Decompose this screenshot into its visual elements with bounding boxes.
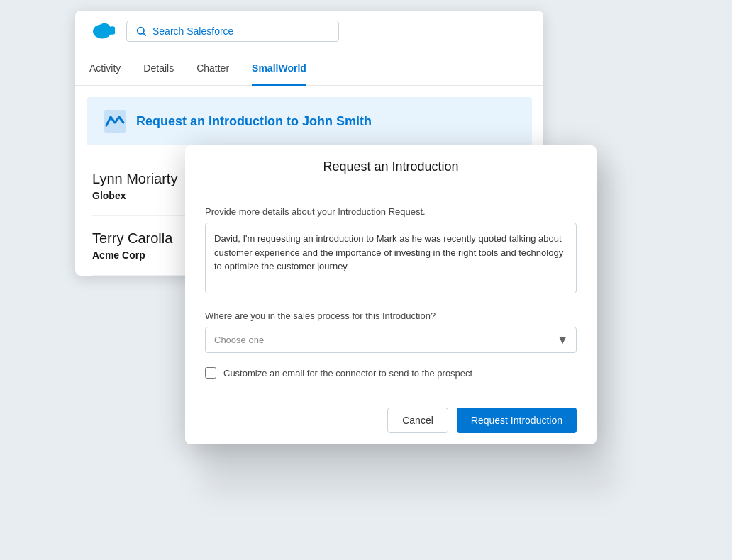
select-wrapper: Choose one ▼ bbox=[205, 327, 577, 353]
intro-banner: Request an Introduction to John Smith bbox=[87, 97, 532, 145]
contact-company-lynn: Globex bbox=[92, 190, 177, 201]
customize-email-checkbox[interactable] bbox=[205, 367, 216, 379]
tab-activity[interactable]: Activity bbox=[89, 52, 121, 86]
tab-chatter[interactable]: Chatter bbox=[196, 52, 229, 86]
svg-point-1 bbox=[138, 28, 144, 34]
nav-tabs: Activity Details Chatter SmallWorld bbox=[75, 52, 543, 86]
details-label: Provide more details about your Introduc… bbox=[205, 206, 577, 217]
modal-header: Request an Introduction bbox=[185, 145, 597, 189]
panel-header: Search Salesforce bbox=[75, 11, 543, 52]
details-textarea[interactable]: David, I'm requesting an introduction to… bbox=[205, 223, 577, 293]
intro-banner-title: Request an Introduction to John Smith bbox=[136, 114, 372, 129]
sales-process-form-group: Where are you in the sales process for t… bbox=[205, 310, 577, 353]
contact-name-lynn: Lynn Moriarty bbox=[92, 171, 177, 187]
search-placeholder-text: Search Salesforce bbox=[152, 26, 233, 37]
customize-email-label: Customize an email for the connector to … bbox=[223, 368, 472, 379]
contact-info-lynn: Lynn Moriarty Globex bbox=[92, 171, 177, 201]
request-introduction-modal: Request an Introduction Provide more det… bbox=[185, 145, 597, 444]
contact-name-terry: Terry Carolla bbox=[92, 230, 172, 247]
cancel-button[interactable]: Cancel bbox=[387, 408, 448, 433]
modal-body: Provide more details about your Introduc… bbox=[185, 189, 597, 396]
search-bar[interactable]: Search Salesforce bbox=[126, 21, 339, 42]
salesforce-logo-icon bbox=[89, 21, 115, 41]
svg-line-2 bbox=[143, 33, 145, 35]
contact-info-terry: Terry Carolla Acme Corp bbox=[92, 230, 172, 261]
tab-details[interactable]: Details bbox=[143, 52, 174, 86]
sales-label: Where are you in the sales process for t… bbox=[205, 310, 577, 321]
svg-point-0 bbox=[93, 24, 111, 38]
modal-title: Request an Introduction bbox=[323, 159, 458, 174]
contact-company-terry: Acme Corp bbox=[92, 250, 172, 261]
sales-process-select[interactable]: Choose one bbox=[205, 327, 577, 353]
details-form-group: Provide more details about your Introduc… bbox=[205, 206, 577, 296]
modal-footer: Cancel Request Introduction bbox=[185, 396, 597, 444]
smallworld-icon bbox=[104, 110, 126, 133]
tab-smallworld[interactable]: SmallWorld bbox=[252, 52, 306, 86]
customize-email-row: Customize an email for the connector to … bbox=[205, 367, 577, 379]
search-icon bbox=[135, 26, 147, 37]
submit-introduction-button[interactable]: Request Introduction bbox=[457, 408, 577, 433]
